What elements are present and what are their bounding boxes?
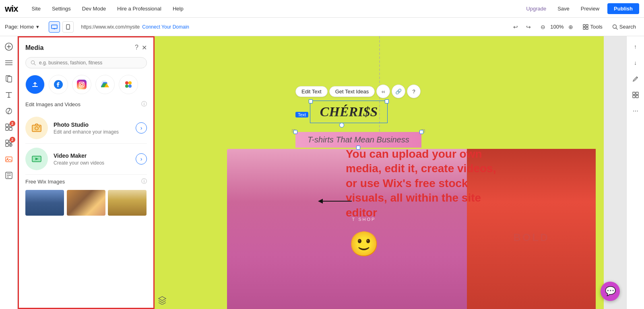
desktop-view-icon[interactable] [49, 21, 60, 33]
edit-text-button[interactable]: Edit Text [295, 86, 328, 97]
help-icon[interactable]: ? [135, 44, 138, 52]
get-text-ideas-button[interactable]: Get Text Ideas [329, 86, 375, 97]
page-label: Page: Home [5, 24, 34, 30]
zoom-level: 100% [550, 24, 564, 30]
app-market-icon[interactable]: 2 [2, 136, 16, 150]
zoom-out-button[interactable]: ⊖ [537, 21, 549, 33]
publish-button[interactable]: Publish [607, 3, 639, 14]
panel-title: Media [25, 44, 43, 52]
top-navigation: wix Site Settings Dev Mode Hire a Profes… [0, 0, 644, 18]
photo-studio-arrow[interactable]: › [136, 122, 147, 134]
connect-domain-link[interactable]: Connect Your Domain [142, 24, 189, 30]
tools-label: Tools [590, 24, 602, 30]
svg-rect-5 [583, 25, 585, 27]
text-icon[interactable] [2, 88, 16, 102]
zoom-in-button[interactable]: ⊕ [565, 21, 576, 33]
mobile-view-icon[interactable] [62, 21, 74, 33]
pages-icon[interactable] [2, 72, 16, 86]
chat-icon: 💬 [605, 286, 616, 297]
draw-icon[interactable] [628, 72, 643, 86]
resize-handle-bottom[interactable] [295, 123, 388, 128]
main-area: 2 2 Media ? ✕ [0, 36, 644, 309]
menus-icon[interactable] [2, 56, 16, 70]
svg-rect-0 [52, 25, 57, 29]
video-maker-item[interactable]: Video Maker Create your own videos › [25, 144, 147, 175]
svg-line-10 [616, 28, 617, 29]
redo-button[interactable]: ↪ [523, 21, 534, 33]
free-image-people[interactable] [67, 190, 105, 216]
text-selected-box[interactable]: CHÉRI$S [310, 101, 388, 123]
google-photos-source-button[interactable] [119, 75, 138, 94]
left-sidebar: 2 2 [0, 36, 18, 309]
close-icon[interactable]: ✕ [142, 44, 147, 52]
nav-devmode[interactable]: Dev Mode [76, 0, 111, 18]
market-badge: 2 [10, 137, 15, 142]
svg-point-45 [125, 84, 128, 88]
svg-rect-57 [633, 95, 635, 98]
media-icon[interactable] [2, 152, 16, 167]
blog-icon[interactable] [2, 168, 16, 183]
preview-button[interactable]: Preview [575, 6, 605, 12]
bold-tshirt-text: BOLD [513, 231, 549, 244]
photo-studio-desc: Edit and enhance your images [54, 129, 136, 135]
apps-badge: 2 [10, 121, 15, 126]
more-options-icon[interactable]: ⋯ [628, 104, 643, 118]
svg-rect-6 [586, 25, 588, 27]
facebook-source-button[interactable] [49, 75, 68, 94]
layout-icon[interactable] [628, 88, 643, 102]
svg-rect-7 [583, 27, 585, 29]
url-text: https://www.wix.com/mysite [81, 24, 140, 30]
text-badge: Text [295, 112, 308, 117]
tools-button[interactable]: Tools [580, 22, 605, 31]
nav-help[interactable]: Help [167, 0, 189, 18]
photo-studio-text: Photo Studio Edit and enhance your image… [54, 122, 136, 135]
free-image-wheat[interactable] [108, 190, 147, 216]
layers-panel-icon[interactable] [158, 296, 167, 306]
upgrade-button[interactable]: Upgrade [520, 6, 552, 12]
edit-section-info-icon[interactable]: ⓘ [141, 101, 147, 108]
apps-icon[interactable]: 2 [2, 120, 16, 134]
move-up-icon[interactable]: ↑ [628, 39, 643, 54]
svg-rect-47 [32, 125, 41, 132]
design-icon[interactable] [2, 104, 16, 118]
nav-settings[interactable]: Settings [46, 0, 76, 18]
selection-handle-tl[interactable] [293, 130, 297, 134]
search-label: Search [619, 24, 636, 30]
undo-button[interactable]: ↩ [510, 21, 521, 33]
text-help-button[interactable]: ? [407, 84, 421, 98]
photo-studio-item[interactable]: Photo Studio Edit and enhance your image… [25, 113, 147, 144]
edit-images-section-header: Edit Images and Videos ⓘ [25, 101, 147, 108]
page-selector[interactable]: Page: Home ▾ [5, 24, 39, 30]
move-down-icon[interactable]: ↓ [628, 56, 643, 70]
chevron-down-icon: ▾ [36, 24, 39, 30]
annotation-text: You can upload your own media, edit it, … [346, 147, 499, 220]
editor-toolbar: Page: Home ▾ https://www.wix.com/mysite … [0, 18, 644, 36]
free-wix-header: Free Wix Images ⓘ [25, 178, 147, 185]
svg-point-44 [128, 81, 132, 84]
nav-hire[interactable]: Hire a Professional [111, 0, 167, 18]
media-search-box[interactable] [25, 57, 147, 68]
add-elements-icon[interactable] [2, 39, 16, 54]
free-image-mountain[interactable] [25, 190, 64, 216]
chat-bubble-button[interactable]: 💬 [601, 282, 620, 301]
nav-site[interactable]: Site [26, 0, 46, 18]
text-prev-button[interactable]: ‹‹ [376, 84, 390, 98]
upload-button[interactable] [25, 75, 45, 94]
text-toolbar: Edit Text Get Text Ideas ‹‹ 🔗 ? [295, 84, 421, 98]
search-button[interactable]: Search [609, 22, 639, 31]
selection-handle-tr[interactable] [419, 130, 423, 134]
media-search-input[interactable] [39, 60, 142, 66]
video-maker-arrow[interactable]: › [136, 153, 147, 165]
instagram-source-button[interactable] [72, 75, 91, 94]
save-button[interactable]: Save [552, 6, 575, 12]
svg-rect-30 [6, 157, 12, 162]
text-link-button[interactable]: 🔗 [392, 84, 405, 98]
google-drive-source-button[interactable] [95, 75, 115, 94]
svg-rect-24 [6, 140, 8, 143]
text-selected-element[interactable]: Text CHÉRI$S [295, 101, 388, 128]
subtitle-element[interactable]: T-shirts That Mean Business [295, 132, 421, 148]
media-panel: Media ? ✕ [18, 36, 155, 309]
free-wix-info-icon[interactable]: ⓘ [141, 178, 147, 185]
svg-rect-8 [586, 27, 588, 29]
svg-point-43 [125, 81, 128, 84]
